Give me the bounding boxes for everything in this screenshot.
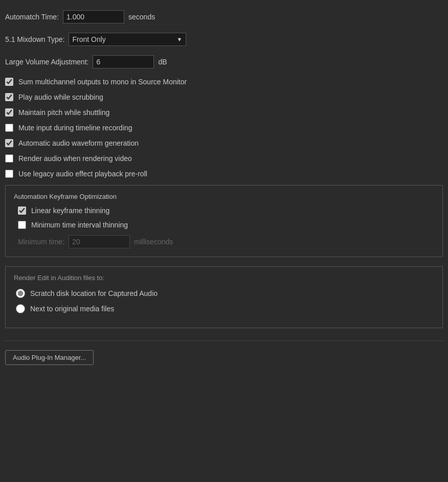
- keyframe-checkbox-row-0: Linear keyframe thinning: [14, 206, 434, 215]
- automatch-label: Automatch Time:: [5, 13, 59, 21]
- mixdown-label: 5.1 Mixdown Type:: [5, 35, 64, 43]
- volume-label: Large Volume Adjustment:: [5, 58, 88, 66]
- keyframe-checkbox-row-1: Minimum time interval thinning: [14, 221, 434, 229]
- sum-multichannel-label: Sum multichannel outputs to mono in Sour…: [18, 78, 187, 86]
- checkbox-row-2: Maintain pitch while shuttling: [5, 108, 443, 117]
- min-time-interval-label: Minimum time interval thinning: [31, 221, 128, 229]
- auto-waveform-checkbox[interactable]: [5, 139, 13, 147]
- render-audio-checkbox[interactable]: [5, 154, 13, 163]
- linear-keyframe-checkbox[interactable]: [18, 206, 26, 215]
- render-group-title: Render Edit in Audition files to:: [14, 274, 434, 282]
- checkbox-row-4: Automatic audio waveform generation: [5, 139, 443, 147]
- maintain-pitch-label: Maintain pitch while shuttling: [18, 108, 109, 117]
- checkbox-row-5: Render audio when rendering video: [5, 154, 443, 163]
- keyframe-group-title: Automation Keyframe Optimization: [14, 193, 434, 200]
- min-time-row: Minimum time: milliseconds: [14, 235, 434, 248]
- automatch-unit: seconds: [128, 13, 155, 21]
- radio-row-1: Next to original media files: [14, 304, 434, 313]
- mute-input-checkbox[interactable]: [5, 124, 13, 132]
- render-audio-label: Render audio when rendering video: [18, 154, 132, 163]
- volume-unit: dB: [158, 58, 167, 66]
- automatch-input[interactable]: [63, 10, 124, 24]
- next-to-original-radio[interactable]: [16, 304, 25, 313]
- volume-input[interactable]: [93, 55, 154, 68]
- checkbox-row-6: Use legacy audio effect playback pre-rol…: [5, 170, 443, 178]
- auto-waveform-label: Automatic audio waveform generation: [18, 139, 139, 147]
- checkbox-row-0: Sum multichannel outputs to mono in Sour…: [5, 78, 443, 86]
- render-group: Render Edit in Audition files to: Scratc…: [5, 266, 443, 328]
- keyframe-group: Automation Keyframe Optimization Linear …: [5, 185, 443, 257]
- mixdown-select-wrapper: Front Only Stereo Mixdown All Channels M…: [69, 33, 186, 46]
- min-time-interval-checkbox[interactable]: [18, 221, 26, 229]
- scratch-disk-label: Scratch disk location for Captured Audio: [30, 289, 158, 297]
- sum-multichannel-checkbox[interactable]: [5, 78, 13, 86]
- plugin-manager-button[interactable]: Audio Plug-In Manager...: [5, 350, 94, 365]
- scratch-disk-radio[interactable]: [16, 289, 25, 298]
- checkbox-row-1: Play audio while scrubbing: [5, 93, 443, 101]
- legacy-audio-checkbox[interactable]: [5, 170, 13, 178]
- automatch-row: Automatch Time: seconds: [5, 10, 443, 24]
- min-time-input[interactable]: [69, 235, 130, 248]
- legacy-audio-label: Use legacy audio effect playback pre-rol…: [18, 170, 147, 178]
- mixdown-row: 5.1 Mixdown Type: Front Only Stereo Mixd…: [5, 33, 443, 46]
- min-time-label: Minimum time:: [18, 238, 64, 246]
- linear-keyframe-label: Linear keyframe thinning: [31, 206, 109, 215]
- play-audio-scrubbing-checkbox[interactable]: [5, 93, 13, 101]
- next-to-original-label: Next to original media files: [30, 305, 114, 313]
- mute-input-label: Mute input during timeline recording: [18, 124, 132, 132]
- maintain-pitch-checkbox[interactable]: [5, 108, 13, 117]
- min-time-unit: milliseconds: [134, 238, 173, 246]
- volume-row: Large Volume Adjustment: dB: [5, 55, 443, 68]
- mixdown-select[interactable]: Front Only Stereo Mixdown All Channels M…: [69, 33, 186, 46]
- divider: [5, 340, 443, 341]
- radio-row-0: Scratch disk location for Captured Audio: [14, 289, 434, 298]
- play-audio-scrubbing-label: Play audio while scrubbing: [18, 93, 103, 101]
- checkbox-row-3: Mute input during timeline recording: [5, 124, 443, 132]
